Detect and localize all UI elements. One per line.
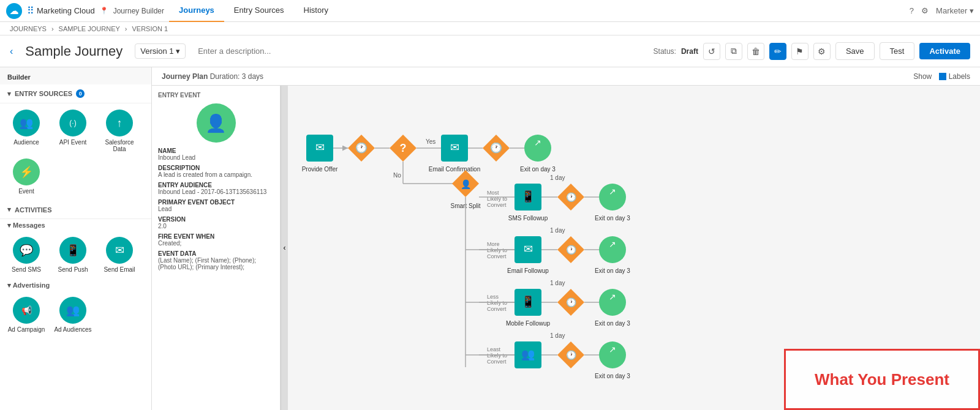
sidebar-item-ad-audiences[interactable]: 👥 Ad Audiences [53, 297, 93, 333]
svg-text:?: ? [400, 142, 407, 154]
svg-text:↗: ↗ [534, 138, 541, 147]
builder-label: Builder [0, 67, 151, 84]
top-bar-left: ☁ ⠿ Marketing Cloud 📍 Journey Builder Jo… [6, 0, 338, 22]
svg-text:1 day: 1 day [550, 280, 565, 286]
journey-plan-label: Journey Plan Duration: 3 days [162, 72, 263, 81]
svg-text:More: More [487, 241, 500, 247]
svg-text:🕐: 🕐 [566, 297, 577, 308]
svg-text:👤: 👤 [461, 179, 472, 190]
send-sms-label: Send SMS [12, 266, 41, 273]
entry-event-icon: 👤 [197, 103, 236, 143]
activate-button[interactable]: Activate [919, 43, 970, 59]
ad-audiences-icon: 👥 [59, 297, 86, 324]
node-provide-offer[interactable]: ✉ Provide Offer [302, 135, 338, 173]
test-button[interactable]: Test [880, 42, 915, 60]
svg-text:Likely to: Likely to [487, 352, 507, 359]
collapse-handle[interactable]: ‹ [281, 86, 288, 410]
node-email-confirmation[interactable]: ✉ Email Confirmation [429, 135, 480, 173]
location-label: Journey Builder [113, 7, 164, 15]
node-exit2[interactable]: ↗ Exit on day 3 [595, 184, 630, 222]
node-wait3[interactable]: 🕐 [557, 184, 584, 211]
tab-entry-sources[interactable]: Entry Sources [224, 0, 294, 22]
breadcrumb-journeys[interactable]: JOURNEYS [10, 25, 47, 32]
settings-icon[interactable]: ⚙ [921, 6, 929, 15]
ad-campaign-label: Ad Campaign [8, 326, 45, 333]
send-sms-icon: 💬 [13, 237, 40, 264]
svg-text:↗: ↗ [609, 239, 616, 249]
help-icon[interactable]: ? [910, 6, 914, 15]
copy-button[interactable]: ⧉ [725, 43, 742, 60]
edit-button[interactable]: ✏ [769, 43, 786, 60]
svg-text:Likely to: Likely to [487, 247, 507, 253]
sidebar-item-audience[interactable]: 👥 Audience [6, 110, 47, 152]
svg-text:↗: ↗ [609, 292, 616, 302]
sidebar-item-send-email[interactable]: ✉ Send Email [99, 237, 140, 273]
svg-text:✉: ✉ [315, 141, 325, 154]
sidebar-item-api-event[interactable]: (·) API Event [53, 110, 93, 152]
sidebar-item-salesforce-data[interactable]: ↑ Salesforce Data [99, 110, 140, 152]
salesforce-data-icon: ↑ [106, 110, 133, 136]
sidebar-item-ad-campaign[interactable]: 📢 Ad Campaign [6, 297, 47, 333]
node-social-followup[interactable]: 👥 [514, 341, 541, 368]
sidebar-item-event[interactable]: ⚡ Event [6, 158, 47, 195]
description-input[interactable] [198, 47, 641, 56]
node-wait4[interactable]: 🕐 [557, 236, 584, 263]
header-actions: Status: Draft ↺ ⧉ 🗑 ✏ ⚑ ⚙ Save Test Acti… [654, 42, 970, 60]
labels-checkbox[interactable] [939, 73, 946, 80]
grid-icon: ⠿ [27, 5, 34, 17]
sidebar-item-send-sms[interactable]: 💬 Send SMS [6, 237, 47, 273]
audience-icon: 👥 [13, 110, 40, 136]
what-you-present-box: What You Present [784, 349, 980, 410]
svg-text:Mobile Followup: Mobile Followup [506, 320, 551, 327]
flow-canvas[interactable]: ✉ Provide Offer 🕐 ? [288, 86, 980, 410]
tab-journeys[interactable]: Journeys [169, 0, 224, 22]
node-wait1[interactable]: 🕐 [348, 135, 375, 162]
flag-button[interactable]: ⚑ [791, 43, 809, 60]
svg-text:🕐: 🕐 [566, 192, 577, 203]
svg-text:✉: ✉ [524, 243, 533, 255]
node-exit1[interactable]: ↗ Exit on day 3 [520, 135, 556, 173]
svg-text:Convert: Convert [487, 306, 507, 312]
node-wait2[interactable]: 🕐 [483, 135, 510, 162]
back-button[interactable]: ‹ [10, 46, 13, 57]
top-bar-right: ? ⚙ Marketer ▾ [910, 6, 974, 15]
breadcrumb-version[interactable]: VERSION 1 [132, 25, 168, 32]
node-wait6[interactable]: 🕐 [557, 341, 584, 368]
svg-text:📱: 📱 [521, 190, 535, 203]
svg-text:✉: ✉ [450, 141, 459, 154]
svg-text:🕐: 🕐 [355, 142, 368, 154]
svg-text:📱: 📱 [521, 295, 535, 308]
entry-panel: ENTRY EVENT 👤 NAME Inbound Lead DESCRIPT… [152, 86, 281, 410]
salesforce-data-label: Salesforce Data [99, 139, 140, 152]
node-mobile-followup[interactable]: 📱 Mobile Followup [506, 289, 551, 327]
activities-label: ACTIVITIES [15, 206, 52, 214]
node-email-followup[interactable]: ✉ Email Followup [507, 236, 549, 274]
svg-text:No: No [393, 172, 401, 179]
node-exit5[interactable]: ↗ Exit on day 3 [595, 341, 630, 379]
journey-header: ‹ Sample Journey Version 1 ▾ Status: Dra… [0, 35, 980, 67]
node-decision[interactable]: ? [390, 135, 417, 162]
location-icon: 📍 [100, 7, 108, 15]
canvas-toolbar: Journey Plan Duration: 3 days Show Label… [152, 67, 980, 86]
version-selector[interactable]: Version 1 ▾ [135, 43, 186, 59]
sidebar-item-send-push[interactable]: 📱 Send Push [53, 237, 93, 273]
svg-text:Exit on day 3: Exit on day 3 [595, 320, 630, 327]
node-exit4[interactable]: ↗ Exit on day 3 [595, 289, 630, 327]
undo-button[interactable]: ↺ [703, 43, 720, 60]
user-menu[interactable]: Marketer ▾ [936, 6, 974, 15]
svg-text:Convert: Convert [487, 253, 507, 259]
svg-text:Least: Least [487, 346, 501, 352]
save-button[interactable]: Save [835, 42, 875, 60]
delete-button[interactable]: 🗑 [747, 43, 764, 60]
entry-sources-section[interactable]: ▾ ENTRY SOURCES 0 [0, 84, 151, 103]
node-exit3[interactable]: ↗ Exit on day 3 [595, 236, 630, 274]
tab-history[interactable]: History [294, 0, 338, 22]
svg-text:↗: ↗ [609, 345, 616, 354]
breadcrumb-sample-journey[interactable]: SAMPLE JOURNEY [59, 25, 120, 32]
node-sms-followup[interactable]: 📱 SMS Followup [508, 184, 548, 222]
node-wait5[interactable]: 🕐 [557, 289, 584, 316]
chevron-down-icon-messages: ▾ [7, 222, 13, 229]
activities-section[interactable]: ▾ ACTIVITIES [0, 201, 151, 219]
gear-button[interactable]: ⚙ [813, 43, 831, 60]
app-name: ⠿ Marketing Cloud [27, 5, 95, 17]
